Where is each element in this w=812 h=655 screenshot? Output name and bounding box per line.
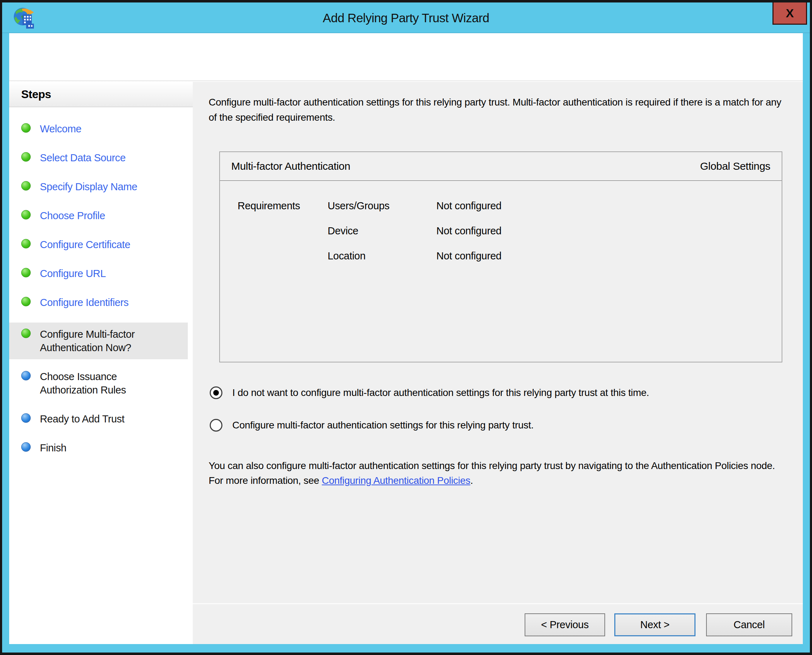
- footnote-before: You can also configure multi-factor auth…: [209, 460, 775, 486]
- footer-separator: [193, 603, 803, 604]
- page-intro-text: Configure multi-factor authentication se…: [209, 95, 787, 125]
- screenshot-stage: Add Relying Party Trust Wizard X Steps W…: [0, 0, 812, 655]
- sidebar-step-specify-display-name[interactable]: Specify Display Name: [9, 178, 188, 195]
- mfa-panel-header: Multi-factor Authentication Global Setti…: [220, 152, 782, 181]
- table-row: Device Not configured: [220, 225, 782, 237]
- step-done-dot-icon: [21, 297, 31, 306]
- configuring-authentication-policies-link[interactable]: Configuring Authentication Policies: [322, 475, 471, 486]
- radio-do-not-configure-mfa[interactable]: I do not want to configure multi-factor …: [210, 386, 787, 399]
- requirement-name: Users/Groups: [328, 200, 436, 212]
- wizard-content: Steps Welcome Select Data Source Spe: [9, 82, 803, 644]
- footnote-text: You can also configure multi-factor auth…: [209, 458, 787, 488]
- requirements-label: Requirements: [220, 200, 328, 212]
- sidebar-step-configure-certificate[interactable]: Configure Certificate: [9, 236, 188, 254]
- sidebar-step-choose-issuance-authorization-rules: Choose Issuance Authorization Rules: [9, 368, 188, 399]
- window-title: Add Relying Party Trust Wizard: [2, 3, 810, 33]
- previous-button[interactable]: < Previous: [525, 613, 605, 636]
- table-row: Location Not configured: [220, 250, 782, 262]
- step-done-dot-icon: [21, 239, 31, 248]
- sidebar-step-select-data-source[interactable]: Select Data Source: [9, 149, 188, 166]
- sidebar-step-configure-identifiers[interactable]: Configure Identifiers: [9, 294, 188, 311]
- requirement-value: Not configured: [436, 200, 782, 212]
- step-done-dot-icon: [21, 152, 31, 161]
- steps-heading: Steps: [9, 82, 193, 107]
- sidebar-step-welcome[interactable]: Welcome: [9, 120, 188, 138]
- step-todo-dot-icon: [21, 371, 31, 380]
- step-todo-dot-icon: [21, 413, 31, 423]
- requirement-value: Not configured: [436, 250, 782, 262]
- mfa-global-settings-label: Global Settings: [700, 160, 770, 172]
- steps-sidebar: Steps Welcome Select Data Source Spe: [9, 82, 193, 644]
- mfa-panel-body: Requirements Users/Groups Not configured…: [220, 181, 782, 262]
- mfa-panel-title: Multi-factor Authentication: [231, 160, 350, 172]
- wizard-buttons: < Previous Next > Cancel: [525, 613, 792, 636]
- step-done-dot-icon: [21, 181, 31, 191]
- footnote-after: .: [470, 475, 473, 486]
- step-done-dot-icon: [21, 123, 31, 133]
- step-done-dot-icon: [21, 268, 31, 277]
- requirement-name: Location: [328, 250, 436, 262]
- close-button[interactable]: X: [772, 3, 807, 25]
- table-row: Requirements Users/Groups Not configured: [220, 200, 782, 212]
- next-button[interactable]: Next >: [614, 613, 695, 636]
- steps-list: Welcome Select Data Source Specify Displ…: [9, 107, 193, 457]
- sidebar-step-configure-mfa-now: Configure Multi-factor Authentication No…: [9, 323, 188, 359]
- wizard-page-main: Configure multi-factor authentication se…: [193, 82, 803, 644]
- radio-button-icon[interactable]: [210, 419, 222, 432]
- requirement-value: Not configured: [436, 225, 782, 237]
- step-done-dot-icon: [21, 210, 31, 220]
- radio-button-icon[interactable]: [210, 386, 222, 399]
- step-todo-dot-icon: [21, 442, 31, 452]
- client-area: Steps Welcome Select Data Source Spe: [9, 33, 803, 644]
- requirement-name: Device: [328, 225, 436, 237]
- title-bar: Add Relying Party Trust Wizard X: [2, 3, 810, 33]
- radio-configure-mfa[interactable]: Configure multi-factor authentication se…: [210, 419, 787, 432]
- step-done-dot-icon: [21, 329, 31, 338]
- sidebar-step-finish: Finish: [9, 439, 188, 457]
- wizard-window: Add Relying Party Trust Wizard X Steps W…: [2, 3, 810, 652]
- sidebar-step-configure-url[interactable]: Configure URL: [9, 265, 188, 282]
- wizard-header-band: [9, 33, 803, 81]
- mfa-settings-panel: Multi-factor Authentication Global Setti…: [219, 151, 782, 363]
- sidebar-step-ready-to-add-trust: Ready to Add Trust: [9, 410, 188, 428]
- cancel-button[interactable]: Cancel: [706, 613, 792, 636]
- sidebar-step-choose-profile[interactable]: Choose Profile: [9, 207, 188, 224]
